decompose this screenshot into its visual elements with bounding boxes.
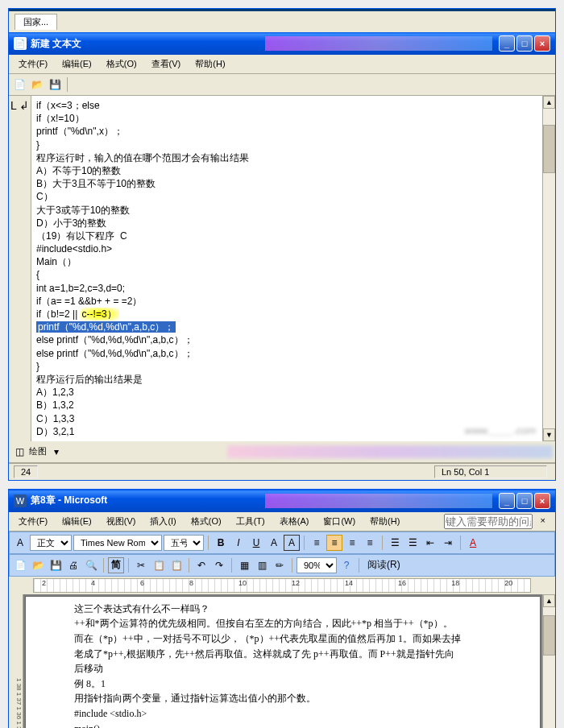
font-color-icon[interactable]: A — [465, 535, 481, 551]
drawing-icon[interactable]: ✏ — [272, 557, 288, 573]
scroll-down-icon[interactable]: ▼ — [543, 428, 555, 441]
underline-icon[interactable]: U — [248, 535, 264, 551]
menu-item[interactable]: 文件(F) — [12, 56, 54, 72]
align-center-icon[interactable]: ≡ — [326, 535, 342, 551]
close-button[interactable]: × — [534, 35, 550, 52]
doc-line: 这三个表达式有什么不一样吗？ — [74, 602, 508, 617]
indent-dec-icon[interactable]: ⇤ — [422, 535, 438, 551]
status-position: Ln 50, Col 1 — [434, 465, 547, 478]
word-titlebar: W 第8章 - Microsoft _ □ × — [9, 490, 555, 512]
menu-item[interactable]: 文件(F) — [12, 514, 54, 529]
lang-button[interactable]: 简 — [108, 557, 124, 573]
close-button[interactable]: × — [534, 493, 550, 509]
editor-line: A）1,2,3 — [36, 386, 537, 399]
save-icon[interactable]: 💾 — [47, 77, 63, 93]
menu-item[interactable]: 编辑(E) — [56, 514, 98, 529]
scroll-thumb[interactable] — [543, 125, 555, 173]
outer-tab[interactable]: 国家... — [15, 14, 57, 30]
ruler-tick: 14 — [345, 579, 353, 587]
ruler-tick: 2 — [42, 579, 46, 587]
view-icon[interactable]: ◫ — [11, 444, 27, 460]
word-menubar: 文件(F)编辑(E)视图(V)插入(I)格式(O)工具(T)表格(A)窗口(W)… — [9, 512, 555, 532]
vertical-scrollbar[interactable]: ▲ ▼ ● ○ ● — [542, 594, 555, 728]
doc-line: #include <stdio.h> — [74, 706, 508, 722]
align-justify-icon[interactable]: ≡ — [362, 535, 378, 551]
paste-icon[interactable]: 📋 — [168, 557, 185, 573]
menu-item[interactable]: 格式(O) — [100, 56, 143, 72]
char-border-button[interactable]: A — [284, 535, 300, 551]
doc-line: 老成了*p++,根据顺序，先++然后再取值。这样就成了先 p++再取值。而 P+… — [74, 647, 508, 662]
vertical-ruler[interactable]: 1 38 1 37 1 36 1 35 1 34 1 33 1 32 1 31 … — [9, 594, 23, 728]
zoom-combo[interactable]: 90% — [297, 557, 337, 573]
notepad-statusbar: 24 Ln 50, Col 1 — [9, 463, 555, 480]
menu-item[interactable]: 表格(A) — [273, 514, 316, 529]
undo-icon[interactable]: ↶ — [193, 557, 209, 573]
word-format-toolbar: A 正文 Times New Roman 五号 B I U A A ≡ ≡ ≡ … — [9, 532, 555, 554]
editor-line: Main（） — [36, 255, 537, 268]
align-left-icon[interactable]: ≡ — [309, 535, 325, 551]
help-search-input[interactable] — [444, 514, 533, 529]
menu-item[interactable]: 格式(O) — [185, 514, 228, 529]
print-icon[interactable]: 🖨 — [65, 557, 81, 573]
notepad-editor[interactable]: if（x<=3；elseif（x!=10）printf（"%d\n",x）；}程… — [31, 96, 542, 441]
vertical-scrollbar[interactable]: ▲ ▼ — [542, 96, 555, 441]
menu-item[interactable]: 查看(V) — [145, 56, 188, 72]
help-icon[interactable]: ? — [338, 557, 355, 573]
wrap-icon[interactable]: L ↲ — [10, 99, 29, 112]
char-a-button[interactable]: A — [266, 535, 282, 551]
list-number-icon[interactable]: ☰ — [404, 535, 421, 551]
menu-item[interactable]: 视图(V) — [100, 514, 143, 529]
size-combo[interactable]: 五号 — [164, 535, 204, 551]
horizontal-ruler[interactable]: 2468101214161820222426283032343638404244… — [33, 578, 531, 593]
maximize-button[interactable]: □ — [516, 493, 533, 509]
doc-line: ++和*两个运算符的优先级相同。但按自右至左的方向结合，因此++*p 相当于++… — [74, 616, 508, 631]
bold-icon[interactable]: B — [213, 535, 229, 551]
read-button[interactable]: 阅读(R) — [363, 557, 404, 573]
word-document[interactable]: 这三个表达式有什么不一样吗？++和*两个运算符的优先级相同。但按自右至左的方向结… — [25, 596, 541, 728]
italic-icon[interactable]: I — [230, 535, 247, 551]
columns-icon[interactable]: ▥ — [254, 557, 270, 573]
font-combo[interactable]: Times New Roman — [73, 535, 162, 551]
doc-line: main() — [74, 722, 508, 728]
ruler-tick: 4 — [91, 579, 95, 587]
notepad-icon: 📄 — [14, 37, 27, 50]
word-icon: W — [14, 494, 27, 507]
draw-label[interactable]: 绘图 — [29, 445, 47, 457]
word-window: W 第8章 - Microsoft _ □ × 文件(F)编辑(E)视图(V)插… — [8, 489, 556, 728]
menu-item[interactable]: 插入(I) — [143, 514, 182, 529]
menu-item[interactable]: 编辑(E) — [56, 56, 98, 72]
indent-inc-icon[interactable]: ⇥ — [440, 535, 456, 551]
open-icon[interactable]: 📂 — [29, 77, 45, 93]
ruler-tick: 18 — [451, 579, 459, 587]
style-icon[interactable]: A — [12, 535, 28, 551]
minimize-button[interactable]: _ — [499, 35, 515, 52]
scroll-thumb[interactable] — [543, 615, 555, 656]
list-bullet-icon[interactable]: ☰ — [387, 535, 403, 551]
cut-icon[interactable]: ✂ — [133, 557, 149, 573]
save-icon[interactable]: 💾 — [48, 557, 64, 573]
new-icon[interactable]: 📄 — [11, 77, 27, 93]
open-icon[interactable]: 📂 — [30, 557, 46, 573]
style-combo[interactable]: 正文 — [30, 535, 72, 551]
redo-icon[interactable]: ↷ — [211, 557, 227, 573]
table-icon[interactable]: ▦ — [236, 557, 252, 573]
menu-item[interactable]: 工具(T) — [230, 514, 272, 529]
minimize-button[interactable]: _ — [499, 493, 515, 509]
preview-icon[interactable]: 🔍 — [83, 557, 99, 573]
blurred-region — [227, 445, 553, 458]
menu-item[interactable]: 帮助(H) — [189, 56, 231, 72]
scroll-up-icon[interactable]: ▲ — [543, 594, 555, 607]
editor-line: printf（"%d\n",x）； — [36, 125, 537, 138]
new-icon[interactable]: 📄 — [12, 557, 28, 573]
menu-item[interactable]: 窗口(W) — [317, 514, 362, 529]
menu-item[interactable]: 帮助(H) — [363, 514, 406, 529]
editor-line: #include<stdio.h> — [36, 242, 537, 255]
scroll-up-icon[interactable]: ▲ — [543, 96, 555, 109]
close-doc-button[interactable]: × — [534, 514, 552, 529]
copy-icon[interactable]: 📋 — [151, 557, 167, 573]
align-right-icon[interactable]: ≡ — [344, 535, 360, 551]
ruler-tick: 20 — [504, 579, 512, 587]
maximize-button[interactable]: □ — [516, 35, 533, 52]
doc-line: 例 8。1 — [74, 676, 508, 692]
ruler-tick: 8 — [189, 579, 193, 587]
